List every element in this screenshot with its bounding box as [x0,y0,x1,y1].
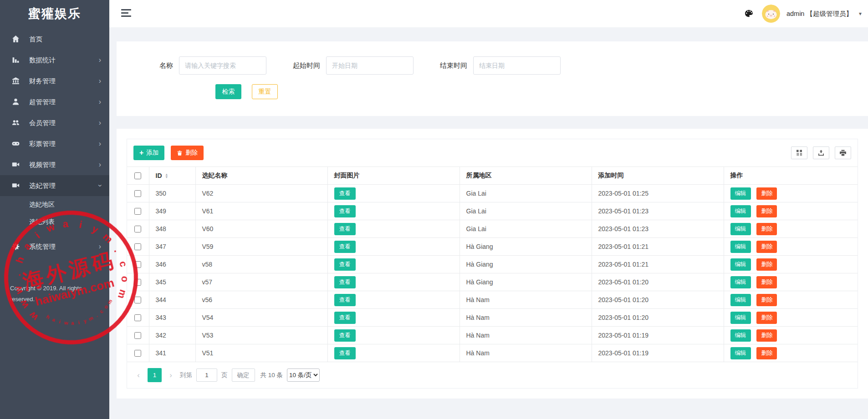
cell-region: Hà Nam [460,309,592,327]
reset-button[interactable]: 重置 [252,84,278,99]
sidebar-item-label: 财务管理 [29,77,99,86]
chevron-right-icon: › [99,161,101,168]
cell-id: 343 [149,309,195,327]
row-delete-button[interactable]: 删除 [756,205,777,217]
theme-palette-icon[interactable] [744,8,756,20]
cell-name: V59 [195,238,327,256]
edit-button[interactable]: 编辑 [730,347,751,359]
edit-button[interactable]: 编辑 [730,205,751,217]
edit-button[interactable]: 编辑 [730,223,751,235]
sidebar-item-label: 首页 [29,35,101,44]
next-page-icon[interactable]: › [166,371,176,380]
view-cover-button[interactable]: 查看 [334,312,356,324]
data-table: ID ▴▾ 选妃名称 封面图片 所属地区 添加时间 [127,167,858,362]
row-checkbox[interactable] [134,261,141,268]
sidebar-item-home[interactable]: 首页 [0,29,109,50]
cell-time: 2023-05-01 01:20 [592,291,724,309]
sidebar-item-xuanfei[interactable]: 选妃管理 › [0,175,109,196]
user-menu[interactable]: admin 【超级管理员】 [786,10,853,18]
table-toolbar: + 添加 删除 [127,139,858,167]
sidebar-item-members[interactable]: 会员管理 › [0,112,109,133]
toolbar-right [791,146,851,159]
export-button[interactable] [813,146,829,159]
edit-button[interactable]: 编辑 [730,312,751,324]
table-body: 350 V62 查看 Gia Lai 2023-05-01 01:25 编辑 删… [127,185,858,362]
add-button-label: 添加 [146,149,158,157]
cell-name: V60 [195,220,327,238]
row-delete-button[interactable]: 删除 [756,347,777,359]
sidebar-item-lottery[interactable]: 彩票管理 › [0,133,109,154]
sidebar-item-video[interactable]: 视频管理 › [0,154,109,175]
copyright-text: Copyright © 2019. All rights reserved. [10,283,97,305]
page-number-active[interactable]: 1 [148,368,162,382]
gear-icon [12,242,20,251]
view-cover-button[interactable]: 查看 [334,187,356,200]
sidebar-subitem-xuanfei-region[interactable]: 选妃地区 [0,196,109,213]
sidebar-subitem-xuanfei-list[interactable]: 选妃列表 [0,213,109,231]
brand-logo: 蜜獾娱乐 [0,0,109,27]
user-caret-icon[interactable]: ▾ [859,10,862,17]
row-delete-button[interactable]: 删除 [756,258,777,271]
total-count-label: 共 10 条 [260,371,283,379]
view-cover-button[interactable]: 查看 [334,276,356,288]
sidebar-item-stats[interactable]: 数据统计 › [0,50,109,71]
row-delete-button[interactable]: 删除 [756,276,777,288]
edit-button[interactable]: 编辑 [730,329,751,342]
sidebar-item-system[interactable]: 系统管理 › [0,236,109,257]
view-cover-button[interactable]: 查看 [334,258,356,271]
table-row: 345 v57 查看 Hà Giang 2023-05-01 01:20 编辑 … [127,273,858,291]
row-checkbox[interactable] [134,297,141,303]
view-cover-button[interactable]: 查看 [334,347,356,359]
sidebar-item-finance[interactable]: 财务管理 › [0,71,109,91]
row-checkbox[interactable] [134,279,141,286]
row-delete-button[interactable]: 删除 [756,241,777,253]
per-page-select[interactable]: 10 条/页 [287,369,320,382]
pagination: ‹ 1 › 到第 页 确定 共 10 条 10 条/页 [127,362,858,388]
edit-button[interactable]: 编辑 [730,241,751,253]
row-checkbox[interactable] [134,332,141,339]
goto-page-input[interactable] [196,369,217,382]
row-checkbox[interactable] [134,243,141,250]
add-button[interactable]: + 添加 [133,146,164,160]
table-card: + 添加 删除 [117,129,868,399]
search-button[interactable]: 检索 [215,84,241,99]
edit-button[interactable]: 编辑 [730,187,751,200]
prev-page-icon[interactable]: ‹ [133,371,143,380]
table-row: 347 V59 查看 Hà Giang 2023-05-01 01:21 编辑 … [127,238,858,256]
toggle-columns-button[interactable] [791,146,807,159]
edit-button[interactable]: 编辑 [730,258,751,271]
view-cover-button[interactable]: 查看 [334,223,356,235]
row-checkbox[interactable] [134,314,141,321]
row-checkbox[interactable] [134,226,141,232]
cell-name: V62 [195,185,327,202]
name-input[interactable] [179,56,266,75]
view-cover-button[interactable]: 查看 [334,329,356,342]
start-date-input[interactable] [326,56,414,75]
row-delete-button[interactable]: 删除 [756,312,777,324]
bulk-delete-button[interactable]: 删除 [171,146,204,160]
print-button[interactable] [835,146,851,159]
row-checkbox[interactable] [134,350,141,357]
view-cover-button[interactable]: 查看 [334,294,356,306]
row-checkbox[interactable] [134,190,141,197]
row-delete-button[interactable]: 删除 [756,187,777,200]
sort-icon[interactable]: ▴▾ [166,173,168,178]
edit-button[interactable]: 编辑 [730,294,751,306]
hamburger-menu-icon[interactable] [121,9,131,19]
view-cover-button[interactable]: 查看 [334,241,356,253]
row-delete-button[interactable]: 删除 [756,223,777,235]
goto-confirm-button[interactable]: 确定 [232,369,255,382]
search-panel: 名称 起始时间 结束时间 检索 重置 [117,41,868,116]
view-cover-button[interactable]: 查看 [334,205,356,217]
select-all-checkbox[interactable] [134,172,141,179]
edit-button[interactable]: 编辑 [730,276,751,288]
end-date-input[interactable] [473,56,561,75]
sidebar-item-superadmin[interactable]: 超管管理 › [0,91,109,112]
row-delete-button[interactable]: 删除 [756,294,777,306]
user-avatar[interactable] [762,5,780,23]
cell-name: V53 [195,327,327,344]
end-time-label: 结束时间 [440,61,467,70]
row-delete-button[interactable]: 删除 [756,329,777,342]
topbar: admin 【超级管理员】 ▾ [109,0,868,27]
row-checkbox[interactable] [134,208,141,215]
